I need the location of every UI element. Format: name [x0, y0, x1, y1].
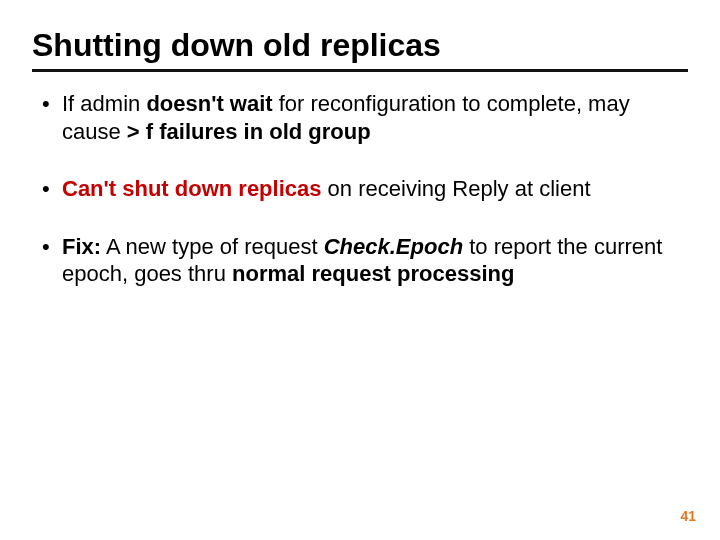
slide: Shutting down old replicas If admin does…	[0, 0, 720, 540]
bullet-list: If admin doesn't wait for reconfiguratio…	[38, 90, 688, 288]
text-bold: doesn't wait	[146, 91, 272, 116]
slide-title: Shutting down old replicas	[32, 28, 688, 72]
text: If admin	[62, 91, 146, 116]
text-bold-italic: Check.Epoch	[324, 234, 463, 259]
list-item: If admin doesn't wait for reconfiguratio…	[38, 90, 688, 145]
list-item: Can't shut down replicas on receiving Re…	[38, 175, 688, 203]
text: A new type of request	[101, 234, 324, 259]
text-bold: > f failures in old group	[127, 119, 371, 144]
page-number: 41	[680, 508, 696, 524]
text-red-bold: Can't shut down replicas	[62, 176, 322, 201]
text: on receiving Reply at client	[322, 176, 591, 201]
list-item: Fix: A new type of request Check.Epoch t…	[38, 233, 688, 288]
text-bold: Fix:	[62, 234, 101, 259]
text-bold: normal request processing	[232, 261, 514, 286]
